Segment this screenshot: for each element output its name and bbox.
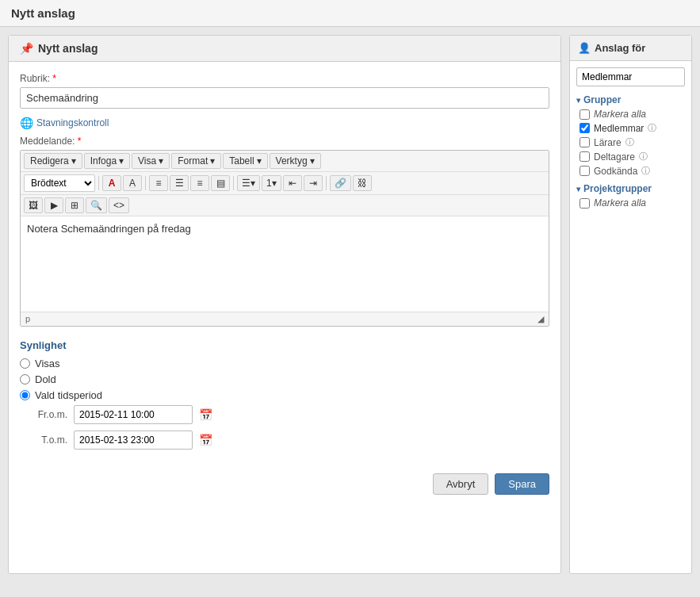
markera-alla-2-label[interactable]: Markera alla	[594, 197, 646, 209]
from-date-input[interactable]	[74, 405, 193, 424]
unordered-list-btn[interactable]: ☰▾	[237, 175, 260, 191]
page-title: Nytt anslag	[11, 6, 75, 20]
radio-vald-tidsperiod-label[interactable]: Vald tidsperiod	[35, 389, 102, 401]
Deltagare-info-icon[interactable]: ⓘ	[639, 151, 648, 163]
editor-statusbar: p ◢	[21, 312, 549, 326]
sidebar-item-Medlemmar: Medlemmar ⓘ	[576, 122, 685, 134]
special-char-btn[interactable]: 🔍	[86, 197, 107, 213]
audience-input[interactable]	[576, 67, 685, 86]
from-date-row: Fr.o.m. 📅	[36, 405, 549, 424]
link-btn[interactable]: 🔗	[330, 175, 351, 191]
side-panel-title: Anslag för	[595, 42, 645, 54]
Larare-label[interactable]: Lärare	[594, 137, 622, 148]
Medlemmar-checkbox[interactable]	[580, 123, 590, 133]
separator1	[98, 176, 99, 190]
redigera-chevron: ▾	[71, 155, 76, 166]
sidebar-item-Godkanda: Godkända ⓘ	[576, 165, 685, 177]
spellcheck-link[interactable]: 🌐 Stavningskontroll	[20, 117, 549, 129]
cancel-button[interactable]: Avbryt	[433, 473, 489, 495]
meddelande-label: Meddelande: *	[20, 136, 549, 147]
Larare-checkbox[interactable]	[580, 137, 590, 147]
save-button[interactable]: Spara	[495, 473, 549, 495]
sidebar-item-Deltagare: Deltagare ⓘ	[576, 151, 685, 163]
outdent-btn[interactable]: ⇤	[283, 175, 302, 191]
align-left-btn[interactable]: ≡	[149, 175, 168, 191]
tabell-menu[interactable]: Tabell ▾	[223, 153, 267, 169]
separator3	[233, 176, 234, 190]
format-menu[interactable]: Format ▾	[171, 153, 221, 169]
rubrik-label: Rubrik: *	[20, 73, 549, 84]
from-label: Fr.o.m.	[36, 409, 67, 420]
Godkanda-checkbox[interactable]	[580, 166, 590, 176]
unlink-btn[interactable]: ⛓	[353, 175, 372, 191]
projektgrupper-header: ▾ Projektgrupper	[576, 183, 685, 194]
side-panel-header: 👤 Anslag för	[570, 36, 691, 61]
tabell-chevron: ▾	[257, 155, 262, 166]
editor-body[interactable]: Notera Schemaändringen på fredag	[21, 216, 549, 312]
rubrik-input[interactable]	[20, 87, 549, 109]
media-btn[interactable]: ▶	[44, 197, 63, 213]
markera-alla-2-checkbox[interactable]	[580, 198, 590, 209]
Medlemmar-info-icon[interactable]: ⓘ	[648, 122, 656, 134]
separator4	[326, 176, 327, 190]
markera-alla-1-checkbox[interactable]	[580, 109, 590, 120]
ordered-list-btn[interactable]: 1▾	[262, 175, 281, 191]
radio-visas: Visas	[20, 358, 549, 369]
Godkanda-label[interactable]: Godkända	[594, 166, 637, 177]
image-btn[interactable]: 🖼	[24, 197, 43, 213]
synlighet-title: Synlighet	[20, 339, 549, 351]
infoga-menu[interactable]: Infoga ▾	[84, 153, 130, 169]
panel-body: Rubrik: * 🌐 Stavningskontroll Meddelande…	[9, 62, 560, 506]
table-btn[interactable]: ⊞	[65, 197, 84, 213]
radio-dold-label[interactable]: Dold	[35, 373, 56, 385]
to-date-input[interactable]	[74, 431, 193, 450]
verktyg-chevron: ▾	[310, 155, 315, 166]
Deltagare-label[interactable]: Deltagare	[594, 151, 635, 163]
Deltagare-checkbox[interactable]	[580, 151, 590, 162]
align-justify-btn[interactable]: ▤	[211, 175, 230, 191]
separator2	[145, 176, 146, 190]
align-right-btn[interactable]: ≡	[190, 175, 209, 191]
radio-vald-tidsperiod: Vald tidsperiod	[20, 389, 549, 401]
markera-alla-2-row: Markera alla	[576, 197, 685, 209]
Medlemmar-label[interactable]: Medlemmar	[594, 123, 644, 134]
radio-vald-tidsperiod-input[interactable]	[20, 390, 30, 400]
meddelande-field-row: Meddelande: * Redigera ▾ Infoga ▾	[20, 136, 549, 327]
projektgrupper-chevron-icon: ▾	[576, 185, 580, 193]
main-panel: 📌 Nytt anslag Rubrik: * 🌐 Stavningskontr…	[8, 35, 561, 574]
markera-alla-1-label[interactable]: Markera alla	[594, 109, 646, 120]
synlighet-section: Synlighet Visas Dold Vald tidsperiod Fr.…	[20, 339, 549, 450]
format-select[interactable]: Brödtext Rubrik 1 Rubrik 2 Rubrik 3	[24, 174, 95, 192]
source-btn[interactable]: <>	[109, 197, 129, 213]
grupper-chevron-icon: ▾	[576, 96, 580, 105]
Godkanda-info-icon[interactable]: ⓘ	[641, 165, 650, 177]
grupper-header: ▾ Grupper	[576, 94, 685, 105]
side-panel: 👤 Anslag för ▾ Grupper Markera alla Medl…	[569, 35, 692, 574]
align-center-btn[interactable]: ☰	[170, 175, 189, 191]
toolbar-row1: Redigera ▾ Infoga ▾ Visa ▾ Format	[21, 151, 549, 172]
verktyg-menu[interactable]: Verktyg ▾	[270, 153, 321, 169]
editor-container: Redigera ▾ Infoga ▾ Visa ▾ Format	[20, 150, 549, 327]
radio-dold-input[interactable]	[20, 374, 30, 385]
form-actions: Avbryt Spara	[20, 465, 549, 495]
bg-color-btn[interactable]: A	[123, 175, 142, 191]
toolbar-row3: 🖼 ▶ ⊞ 🔍 <>	[21, 195, 549, 216]
to-label: T.o.m.	[36, 434, 67, 446]
markera-alla-1-row: Markera alla	[576, 109, 685, 120]
radio-dold: Dold	[20, 373, 549, 385]
panel-header: 📌 Nytt anslag	[9, 36, 560, 62]
from-calendar-btn[interactable]: 📅	[199, 408, 212, 421]
Larare-info-icon[interactable]: ⓘ	[625, 136, 634, 148]
indent-btn[interactable]: ⇥	[304, 175, 323, 191]
font-color-btn[interactable]: A	[102, 175, 121, 191]
radio-visas-label[interactable]: Visas	[35, 358, 60, 369]
visa-menu[interactable]: Visa ▾	[132, 153, 170, 169]
spellcheck-icon: 🌐	[20, 117, 33, 129]
radio-visas-input[interactable]	[20, 358, 30, 369]
to-calendar-btn[interactable]: 📅	[199, 434, 212, 446]
infoga-chevron: ▾	[119, 155, 124, 166]
format-chevron: ▾	[210, 155, 215, 166]
panel-title: Nytt anslag	[38, 42, 98, 55]
side-panel-body: ▾ Grupper Markera alla Medlemmar ⓘ Lärar…	[570, 61, 691, 217]
redigera-menu[interactable]: Redigera ▾	[24, 153, 82, 169]
